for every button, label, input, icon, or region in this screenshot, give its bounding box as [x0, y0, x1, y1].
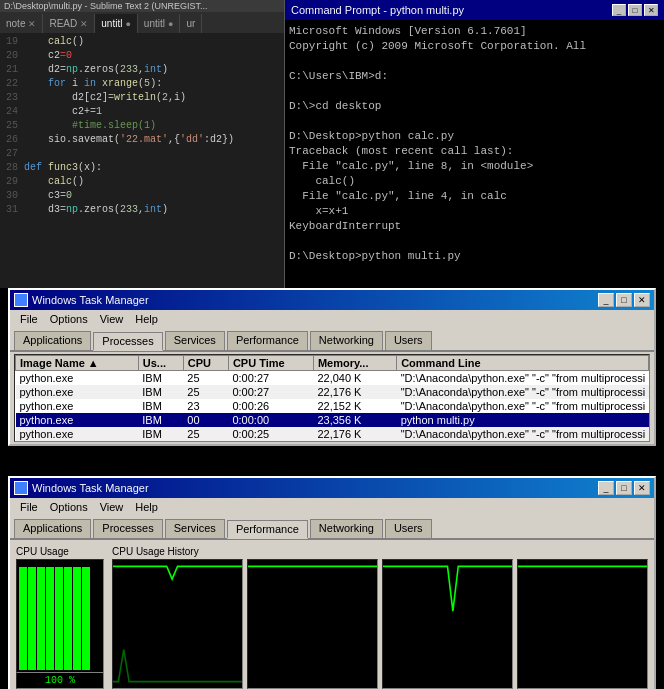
- cpu-usage-label: CPU Usage: [16, 546, 104, 557]
- menu2-file[interactable]: File: [14, 500, 44, 514]
- taskman1-tabs: Applications Processes Services Performa…: [10, 328, 654, 352]
- editor-titlebar: D:\Desktop\multi.py - Sublime Text 2 (UN…: [0, 0, 284, 12]
- history-svg-1: [113, 560, 242, 688]
- history-svg-4: [518, 560, 647, 688]
- table-row[interactable]: python.exe IBM 25 0:00:25 22,176 K "D:\A…: [16, 427, 649, 441]
- cmd-controls: _ □ ✕: [612, 4, 658, 16]
- tab2-performance[interactable]: Performance: [227, 520, 308, 539]
- tab-ur[interactable]: ur: [180, 14, 202, 33]
- taskman2-titlebar: Windows Task Manager _ □ ✕: [10, 478, 654, 498]
- cmd-window: Command Prompt - python multi.py _ □ ✕ M…: [285, 0, 664, 288]
- cpu-history-section: CPU Usage History: [112, 546, 648, 689]
- history-svg-3: [383, 560, 512, 688]
- table-row[interactable]: python.exe IBM 25 0:00:27 22,040 K "D:\A…: [16, 371, 649, 386]
- taskman2-menu: File Options View Help: [10, 498, 654, 516]
- cpu-usage-section: CPU Usage 100 %: [16, 546, 104, 689]
- perf-content: CPU Usage 100 % CPU Usage History: [10, 540, 654, 689]
- process-table-wrap: Image Name ▲ Us... CPU CPU Time Memory..…: [14, 354, 650, 442]
- menu-file[interactable]: File: [14, 312, 44, 326]
- menu-view[interactable]: View: [94, 312, 130, 326]
- tab-untitled1[interactable]: untitl●: [95, 14, 138, 33]
- tab-performance[interactable]: Performance: [227, 331, 308, 350]
- col-cmd[interactable]: Command Line: [397, 356, 649, 371]
- code-content: 19 calc() 20 c2=0 21 d2=np.zeros(233,int…: [0, 33, 284, 219]
- tab2-services[interactable]: Services: [165, 519, 225, 538]
- history-graph-1: [112, 559, 243, 689]
- process-table: Image Name ▲ Us... CPU CPU Time Memory..…: [15, 355, 649, 441]
- menu2-help[interactable]: Help: [129, 500, 164, 514]
- history-svg-2: [248, 560, 377, 688]
- cmd-titlebar: Command Prompt - python multi.py _ □ ✕: [285, 0, 664, 20]
- taskman1-menu: File Options View Help: [10, 310, 654, 328]
- cmd-maximize-button[interactable]: □: [628, 4, 642, 16]
- taskman2-icon: [14, 481, 28, 495]
- tab2-processes[interactable]: Processes: [93, 519, 162, 538]
- cmd-content: Microsoft Windows [Version 6.1.7601] Cop…: [285, 20, 664, 268]
- tab2-networking[interactable]: Networking: [310, 519, 383, 538]
- taskman2-controls: _ □ ✕: [598, 481, 650, 495]
- col-cpu[interactable]: CPU: [183, 356, 228, 371]
- editor-tabs: note✕ READ✕ untitl● untitl● ur: [0, 12, 284, 33]
- taskman1-titlebar: Windows Task Manager _ □ ✕: [10, 290, 654, 310]
- tab-users[interactable]: Users: [385, 331, 432, 350]
- taskman1-title: Windows Task Manager: [32, 294, 149, 306]
- col-image-name[interactable]: Image Name ▲: [16, 356, 139, 371]
- col-user[interactable]: Us...: [138, 356, 183, 371]
- menu2-options[interactable]: Options: [44, 500, 94, 514]
- tab-applications[interactable]: Applications: [14, 331, 91, 350]
- history-graph-4: [517, 559, 648, 689]
- tab-services[interactable]: Services: [165, 331, 225, 350]
- cpu-percentage: 100 %: [16, 673, 104, 689]
- cpu-history-graphs: [112, 559, 648, 689]
- cpu-history-label: CPU Usage History: [112, 546, 648, 557]
- table-row[interactable]: python.exe IBM 25 0:00:27 22,176 K "D:\A…: [16, 385, 649, 399]
- cpu-usage-graph: [16, 559, 104, 673]
- tab-processes[interactable]: Processes: [93, 332, 162, 351]
- taskman1-icon: [14, 293, 28, 307]
- taskman1-maximize-button[interactable]: □: [616, 293, 632, 307]
- col-memory[interactable]: Memory...: [313, 356, 396, 371]
- cmd-minimize-button[interactable]: _: [612, 4, 626, 16]
- col-cpu-time[interactable]: CPU Time: [228, 356, 313, 371]
- menu-options[interactable]: Options: [44, 312, 94, 326]
- table-row[interactable]: python.exe IBM 23 0:00:26 22,152 K "D:\A…: [16, 399, 649, 413]
- cmd-close-button[interactable]: ✕: [644, 4, 658, 16]
- tab-note[interactable]: note✕: [0, 14, 43, 33]
- history-graph-3: [382, 559, 513, 689]
- taskman2-close-button[interactable]: ✕: [634, 481, 650, 495]
- tab2-users[interactable]: Users: [385, 519, 432, 538]
- tab-read[interactable]: READ✕: [43, 14, 95, 33]
- taskman2-maximize-button[interactable]: □: [616, 481, 632, 495]
- table-row-selected[interactable]: python.exe IBM 00 0:00:00 23,356 K pytho…: [16, 413, 649, 427]
- taskman2-window: Windows Task Manager _ □ ✕ File Options …: [8, 476, 656, 689]
- taskman2-minimize-button[interactable]: _: [598, 481, 614, 495]
- editor-panel: D:\Desktop\multi.py - Sublime Text 2 (UN…: [0, 0, 285, 288]
- taskman1-window: Windows Task Manager _ □ ✕ File Options …: [8, 288, 656, 446]
- menu2-view[interactable]: View: [94, 500, 130, 514]
- tab-networking[interactable]: Networking: [310, 331, 383, 350]
- taskman1-minimize-button[interactable]: _: [598, 293, 614, 307]
- taskman2-title: Windows Task Manager: [32, 482, 149, 494]
- tab2-applications[interactable]: Applications: [14, 519, 91, 538]
- menu-help[interactable]: Help: [129, 312, 164, 326]
- taskman2-tabs: Applications Processes Services Performa…: [10, 516, 654, 540]
- history-graph-2: [247, 559, 378, 689]
- taskman1-close-button[interactable]: ✕: [634, 293, 650, 307]
- taskman1-controls: _ □ ✕: [598, 293, 650, 307]
- tab-untitled2[interactable]: untitl●: [138, 14, 181, 33]
